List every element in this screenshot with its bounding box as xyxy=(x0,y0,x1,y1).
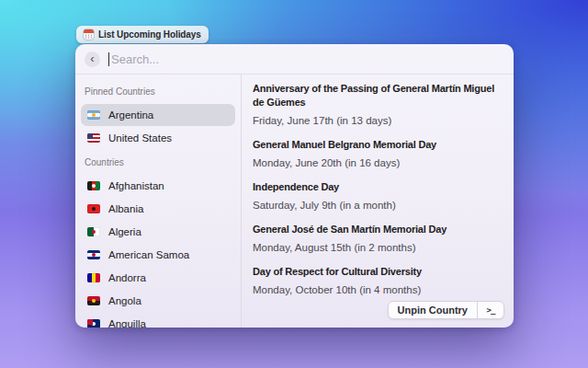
holiday-item: General Manuel Belgrano Memorial DayMond… xyxy=(253,138,503,170)
sidebar-item-albania[interactable]: Albania xyxy=(81,198,235,220)
country-flag-icon xyxy=(87,296,100,305)
sidebar-item-label: Andorra xyxy=(108,272,146,283)
sidebar-item-afghanistan[interactable]: Afghanistan xyxy=(81,175,235,197)
terminal-prompt-icon[interactable]: >_ xyxy=(478,302,503,318)
sidebar-item-label: Argentina xyxy=(108,109,153,121)
sidebar-item-label: Albania xyxy=(108,203,143,214)
country-flag-icon xyxy=(87,110,100,120)
holiday-title: General Manuel Belgrano Memorial Day xyxy=(253,138,503,152)
sidebar-item-label: Algeria xyxy=(108,226,141,237)
holiday-date: Saturday, July 9th (in a month) xyxy=(253,199,503,213)
sidebar-item-argentina[interactable]: Argentina xyxy=(81,104,235,126)
country-flag-icon xyxy=(87,133,100,143)
holiday-item: General José de San Martín Memorial DayM… xyxy=(253,223,503,255)
flag-emblem xyxy=(92,184,96,188)
holiday-item: Independence DaySaturday, July 9th (in a… xyxy=(253,180,503,213)
launcher-window: ‹ Pinned CountriesArgentinaUnited States… xyxy=(75,44,514,328)
sidebar-item-angola[interactable]: Angola xyxy=(81,290,235,312)
sidebar-item-label: Anguilla xyxy=(108,318,146,328)
search-bar: ‹ xyxy=(75,44,514,75)
sidebar-section-header: Pinned Countries xyxy=(85,86,232,97)
country-sidebar[interactable]: Pinned CountriesArgentinaUnited StatesCo… xyxy=(75,75,242,328)
holiday-detail-pane: Anniversary of the Passing of General Ma… xyxy=(242,75,514,328)
unpin-country-button[interactable]: Unpin Country xyxy=(389,302,477,318)
sidebar-section-header: Countries xyxy=(85,157,232,167)
holiday-date: Monday, August 15th (in 2 months) xyxy=(253,241,503,255)
sidebar-item-anguilla[interactable]: Anguilla xyxy=(81,313,235,328)
sidebar-item-label: United States xyxy=(108,132,172,144)
sidebar-item-united-states[interactable]: United States xyxy=(81,127,235,149)
flag-canton xyxy=(87,319,93,325)
flag-canton xyxy=(87,133,93,139)
holiday-title: Independence Day xyxy=(253,180,503,194)
sidebar-item-label: Afghanistan xyxy=(108,180,164,191)
chevron-left-icon: ‹ xyxy=(90,52,94,64)
holiday-title: Day of Respect for Cultural Diversity xyxy=(253,265,503,279)
sidebar-item-andorra[interactable]: Andorra xyxy=(81,267,235,289)
holiday-title: General José de San Martín Memorial Day xyxy=(253,223,503,236)
holiday-item: Anniversary of the Passing of General Ma… xyxy=(253,82,503,128)
holiday-date: Monday, June 20th (in 16 days) xyxy=(253,156,503,170)
country-flag-icon xyxy=(87,204,100,213)
sidebar-item-label: American Samoa xyxy=(108,249,189,260)
search-input[interactable] xyxy=(109,52,504,66)
command-pill: List Upcoming Holidays xyxy=(76,26,209,43)
flag-emblem xyxy=(92,230,96,234)
holiday-item: Day of Respect for Cultural DiversityMon… xyxy=(253,265,503,297)
holiday-date: Friday, June 17th (in 13 days) xyxy=(253,114,503,128)
country-flag-icon xyxy=(87,273,100,282)
window-body: Pinned CountriesArgentinaUnited StatesCo… xyxy=(75,75,514,328)
flag-emblem xyxy=(92,113,96,117)
action-button-group: Unpin Country >_ xyxy=(388,301,504,319)
sidebar-item-american-samoa[interactable]: American Samoa xyxy=(81,244,235,266)
calendar-icon xyxy=(84,29,94,40)
holiday-title: Anniversary of the Passing of General Ma… xyxy=(253,82,503,109)
desktop-background: List Upcoming Holidays ‹ Pinned Countrie… xyxy=(0,0,588,368)
country-flag-icon xyxy=(87,181,100,190)
back-button[interactable]: ‹ xyxy=(85,52,100,67)
country-flag-icon xyxy=(87,319,100,328)
command-pill-label: List Upcoming Holidays xyxy=(98,29,201,40)
flag-emblem xyxy=(92,299,96,303)
sidebar-item-algeria[interactable]: Algeria xyxy=(81,221,235,243)
sidebar-item-label: Angola xyxy=(108,295,141,306)
country-flag-icon xyxy=(87,227,100,236)
flag-emblem xyxy=(92,207,96,211)
country-flag-icon xyxy=(87,250,100,259)
flag-emblem xyxy=(92,253,96,257)
holiday-date: Monday, October 10th (in 4 months) xyxy=(253,283,503,297)
